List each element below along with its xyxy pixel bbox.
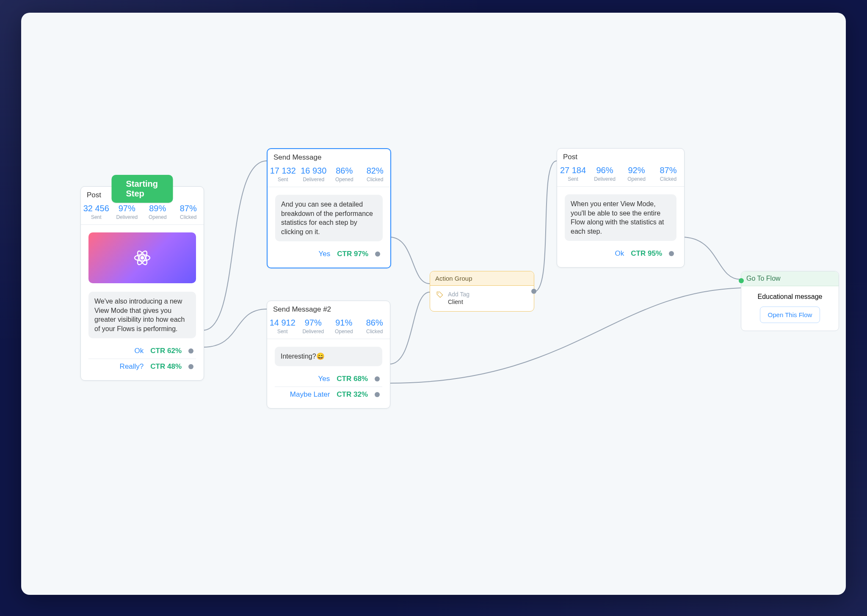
svg-point-3: [141, 257, 144, 259]
stat-label: Clicked: [173, 214, 204, 220]
stat-label: Delivered: [298, 329, 329, 334]
node-message: When you enter View Mode, you'll be able…: [565, 194, 676, 241]
stat-label: Sent: [557, 176, 589, 182]
node-title: Action Group: [430, 271, 534, 286]
reply-label: Yes: [319, 250, 331, 258]
stat: 91%Opened: [329, 318, 359, 334]
stat-label: Clicked: [652, 176, 684, 182]
reply-label: Really?: [120, 362, 144, 371]
reply-label: Yes: [318, 375, 330, 383]
reply-option[interactable]: OkCTR 95%: [565, 246, 676, 261]
node-title: Send Message #2: [267, 301, 390, 316]
node-message: Interesting?😄: [275, 347, 382, 366]
reply-label: Maybe Later: [290, 390, 330, 399]
stat: 17 132Sent: [268, 166, 298, 182]
reply-option[interactable]: YesCTR 97%: [275, 246, 383, 262]
reply-ctr: CTR 95%: [631, 249, 662, 258]
node-message: And you can see a detailed breakdown of …: [275, 195, 383, 241]
node-stats: 14 912Sent97%Delivered91%Opened86%Clicke…: [267, 316, 390, 339]
stat: 16 930Delivered: [298, 166, 329, 182]
reply-label: Ok: [615, 249, 624, 258]
node-send-message[interactable]: Send Message 17 132Sent16 930Delivered86…: [267, 148, 391, 268]
stat-label: Sent: [81, 214, 112, 220]
node-stats: 17 132Sent16 930Delivered86%Opened82%Cli…: [268, 164, 390, 187]
stat: 14 912Sent: [267, 318, 298, 334]
stat-value: 82%: [360, 166, 391, 176]
stat-value: 32 456: [81, 204, 112, 213]
node-title: Send Message: [268, 149, 390, 164]
stat-label: Opened: [621, 176, 652, 182]
reply-ctr: CTR 48%: [150, 362, 182, 371]
reply-option[interactable]: Really?CTR 48%: [88, 359, 196, 374]
output-port[interactable]: [375, 392, 380, 397]
stat: 96%Delivered: [589, 166, 621, 182]
reply-list: YesCTR 97%: [275, 246, 383, 262]
reply-ctr: CTR 68%: [337, 375, 368, 383]
stat: 87%Clicked: [652, 166, 684, 182]
reply-list: OkCTR 62%Really?CTR 48%: [88, 343, 196, 374]
reply-ctr: CTR 32%: [337, 390, 368, 399]
reply-option[interactable]: Maybe LaterCTR 32%: [275, 387, 382, 402]
node-action-group[interactable]: Action Group Add Tag Client: [430, 271, 534, 312]
stat-label: Delivered: [298, 177, 329, 182]
stat-label: Delivered: [589, 176, 621, 182]
node-send-message-2[interactable]: Send Message #2 14 912Sent97%Delivered91…: [267, 301, 390, 409]
output-port[interactable]: [669, 251, 674, 256]
reply-ctr: CTR 97%: [337, 250, 368, 258]
node-go-to-flow[interactable]: Go To Flow Educational message Open This…: [741, 271, 839, 331]
action-line-1: Add Tag: [448, 291, 469, 298]
stat-label: Sent: [267, 329, 298, 334]
stat-value: 97%: [112, 204, 143, 213]
action-line-2: Client: [448, 298, 469, 305]
stat: 87%Clicked: [173, 204, 204, 220]
stat-label: Delivered: [112, 214, 143, 220]
stat-label: Clicked: [360, 177, 391, 182]
stat: 89%Opened: [142, 204, 173, 220]
hero-image: [88, 232, 196, 283]
stat-value: 27 184: [557, 166, 589, 175]
tag-icon: [436, 291, 444, 298]
stat: 86%Clicked: [359, 318, 390, 334]
stat: 92%Opened: [621, 166, 652, 182]
output-port[interactable]: [188, 348, 193, 354]
output-port[interactable]: [188, 364, 193, 369]
stat-value: 96%: [589, 166, 621, 175]
stat-value: 92%: [621, 166, 652, 175]
node-title: Go To Flow: [741, 271, 839, 286]
input-port[interactable]: [739, 278, 744, 283]
reply-list: YesCTR 68%Maybe LaterCTR 32%: [275, 371, 382, 402]
stat-value: 14 912: [267, 318, 298, 328]
svg-point-4: [438, 293, 439, 293]
stat-value: 87%: [652, 166, 684, 175]
output-port[interactable]: [531, 289, 536, 294]
reply-ctr: CTR 62%: [150, 347, 182, 355]
stat: 82%Clicked: [360, 166, 391, 182]
stat: 27 184Sent: [557, 166, 589, 182]
output-port[interactable]: [375, 376, 380, 381]
node-stats: 27 184Sent96%Delivered92%Opened87%Clicke…: [557, 164, 684, 187]
reply-list: OkCTR 95%: [565, 246, 676, 261]
flow-canvas[interactable]: Starting Step Post 32 456Sent97%Delivere…: [21, 13, 846, 595]
atom-icon: [132, 248, 152, 268]
node-post-2[interactable]: Post 27 184Sent96%Delivered92%Opened87%C…: [557, 148, 685, 268]
stat-label: Opened: [329, 177, 360, 182]
stat-value: 16 930: [298, 166, 329, 176]
open-flow-button[interactable]: Open This Flow: [760, 307, 820, 323]
node-post-start[interactable]: Starting Step Post 32 456Sent97%Delivere…: [80, 186, 204, 381]
stat-label: Opened: [329, 329, 359, 334]
stat-label: Clicked: [359, 329, 390, 334]
stat-value: 86%: [359, 318, 390, 328]
output-port[interactable]: [375, 251, 380, 257]
stat-value: 91%: [329, 318, 359, 328]
stat-value: 97%: [298, 318, 329, 328]
stat-label: Opened: [142, 214, 173, 220]
stat: 32 456Sent: [81, 204, 112, 220]
stat-value: 86%: [329, 166, 360, 176]
stat: 97%Delivered: [112, 204, 143, 220]
starting-step-badge: Starting Step: [112, 175, 173, 203]
reply-option[interactable]: OkCTR 62%: [88, 343, 196, 359]
reply-option[interactable]: YesCTR 68%: [275, 371, 382, 387]
goto-message: Educational message: [749, 293, 831, 301]
node-title: Post: [557, 149, 684, 164]
stat-label: Sent: [268, 177, 298, 182]
